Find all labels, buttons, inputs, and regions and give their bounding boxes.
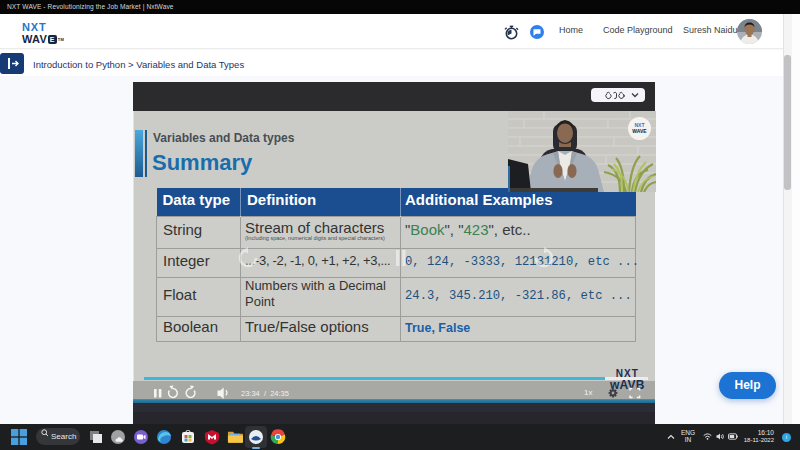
svg-text:WAVE: WAVE <box>632 128 647 134</box>
